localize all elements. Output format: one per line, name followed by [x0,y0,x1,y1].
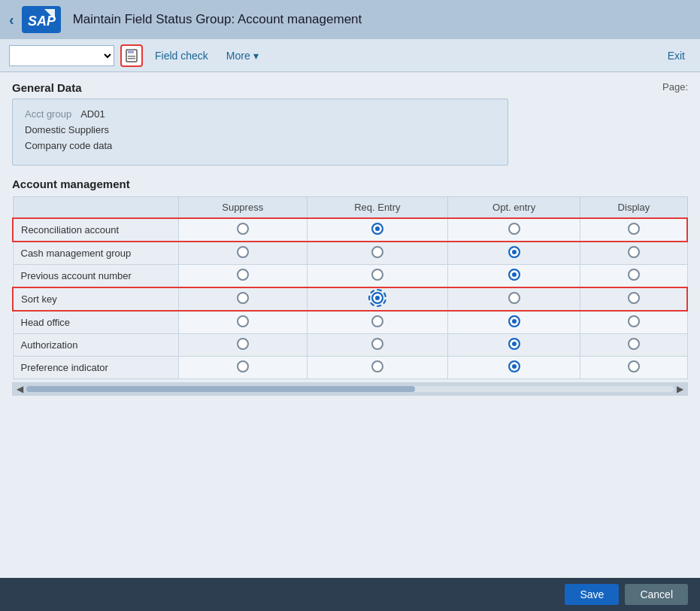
table-row: Cash management group [13,242,687,265]
scroll-thumb[interactable] [26,386,415,392]
col-header-suppress: Suppress [178,197,307,219]
radio-cell-req_entry[interactable] [307,287,447,311]
radio-cell-req_entry[interactable] [307,218,447,242]
radio-cell-display[interactable] [580,242,687,265]
radio-opt_entry[interactable] [508,223,520,235]
svg-rect-6 [128,58,135,59]
row-label: Sort key [13,287,178,311]
table-row: Authorization [13,334,687,357]
radio-cell-req_entry[interactable] [307,357,447,379]
app-header: ‹ SAP Maintain Field Status Group: Accou… [0,0,700,39]
radio-cell-opt_entry[interactable] [447,334,580,357]
table-row: Previous account number [13,265,687,288]
radio-cell-suppress[interactable] [178,311,307,334]
radio-cell-req_entry[interactable] [307,334,447,357]
radio-cell-req_entry[interactable] [307,265,447,288]
radio-cell-opt_entry[interactable] [447,311,580,334]
radio-cell-suppress[interactable] [178,265,307,288]
table-row: Sort key [13,287,687,311]
radio-opt_entry[interactable] [508,292,520,304]
row-label: Preference indicator [13,357,178,379]
radio-req_entry[interactable] [371,360,383,372]
general-data-title: General Data [12,81,508,94]
col-header-display: Display [580,197,687,219]
radio-display[interactable] [628,360,640,372]
radio-cell-display[interactable] [580,287,687,311]
code-label: Company code data [25,140,112,151]
radio-req_entry[interactable] [371,338,383,350]
save-icon-button[interactable] [120,44,143,67]
scroll-track[interactable] [26,386,674,392]
svg-rect-4 [128,50,134,53]
row-label: Head office [13,311,178,334]
save-button[interactable]: Save [565,584,619,605]
radio-cell-opt_entry[interactable] [447,242,580,265]
svg-rect-5 [128,56,135,57]
radio-cell-suppress[interactable] [178,357,307,379]
acct-group-row: Acct group AD01 [25,108,495,120]
field-check-button[interactable]: Field check [149,47,214,65]
radio-cell-display[interactable] [580,311,687,334]
radio-suppress[interactable] [237,223,249,235]
radio-cell-display[interactable] [580,334,687,357]
radio-suppress[interactable] [237,246,249,258]
back-button[interactable]: ‹ [9,11,14,29]
radio-req_entry[interactable] [371,315,383,327]
radio-suppress[interactable] [237,269,249,281]
radio-suppress[interactable] [237,338,249,350]
page-title: Maintain Field Status Group: Account man… [73,12,362,27]
toolbar: Field check More ▾ Exit [0,39,700,72]
radio-cell-display[interactable] [580,357,687,379]
scroll-left-arrow[interactable]: ◀ [14,384,26,394]
radio-suppress[interactable] [237,292,249,304]
page-label: Page: [662,81,688,93]
account-management-section: Account management Suppress Req. Entry O… [12,178,688,379]
radio-opt_entry[interactable] [508,315,520,327]
cancel-button[interactable]: Cancel [625,584,688,605]
radio-opt_entry[interactable] [508,246,520,258]
radio-req_entry[interactable] [371,246,383,258]
exit-button[interactable]: Exit [662,47,691,65]
radio-display[interactable] [628,246,640,258]
radio-cell-req_entry[interactable] [307,311,447,334]
account-management-table: Suppress Req. Entry Opt. entry Display R… [12,196,688,379]
col-header-label [13,197,178,219]
radio-display[interactable] [628,269,640,281]
radio-cell-suppress[interactable] [178,218,307,242]
col-header-req-entry: Req. Entry [307,197,447,219]
radio-cell-suppress[interactable] [178,334,307,357]
radio-display[interactable] [628,338,640,350]
radio-req_entry[interactable] [371,223,383,235]
radio-cell-opt_entry[interactable] [447,287,580,311]
toolbar-select[interactable] [9,45,114,66]
scroll-right-arrow[interactable]: ▶ [674,384,686,394]
radio-req_entry[interactable] [371,292,383,304]
table-row: Reconciliation account [13,218,687,242]
row-label: Previous account number [13,265,178,288]
footer: Save Cancel [0,578,700,611]
table-header-row: Suppress Req. Entry Opt. entry Display [13,197,687,219]
radio-cell-opt_entry[interactable] [447,357,580,379]
radio-req_entry[interactable] [371,269,383,281]
radio-cell-req_entry[interactable] [307,242,447,265]
radio-cell-suppress[interactable] [178,287,307,311]
radio-cell-opt_entry[interactable] [447,265,580,288]
sap-logo: SAP [22,6,61,33]
radio-opt_entry[interactable] [508,360,520,372]
radio-suppress[interactable] [237,360,249,372]
radio-opt_entry[interactable] [508,269,520,281]
radio-opt_entry[interactable] [508,338,520,350]
radio-cell-display[interactable] [580,218,687,242]
radio-cell-opt_entry[interactable] [447,218,580,242]
radio-display[interactable] [628,292,640,304]
radio-cell-display[interactable] [580,265,687,288]
radio-display[interactable] [628,223,640,235]
acct-group-value: AD01 [80,108,105,120]
radio-display[interactable] [628,315,640,327]
radio-suppress[interactable] [237,315,249,327]
radio-cell-suppress[interactable] [178,242,307,265]
horizontal-scrollbar[interactable]: ◀ ▶ [12,382,688,396]
acct-group-label: Acct group [25,108,71,120]
more-button[interactable]: More ▾ [220,47,265,65]
main-content: General Data Acct group AD01 Domestic Su… [0,72,700,405]
